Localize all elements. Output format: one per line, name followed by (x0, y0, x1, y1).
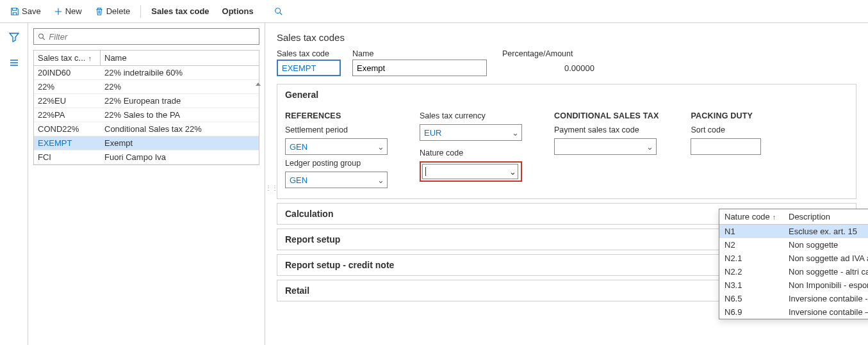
dd-desc: Non soggette (789, 240, 868, 250)
dropdown-item[interactable]: N3.1Non Imponibili - esportazioni (719, 278, 868, 292)
dd-code: N2.2 (725, 267, 789, 277)
table-row[interactable]: 22%EU22% European trade (34, 94, 259, 108)
plus-icon (54, 7, 63, 16)
dd-code: N3.1 (725, 280, 789, 290)
chevron-down-icon: ⌄ (377, 142, 384, 152)
sortcode-label: Sort code (691, 125, 761, 134)
dropdown-header: Nature code ↑ Description (719, 209, 868, 225)
dd-code: N2 (725, 240, 789, 250)
chevron-down-icon: ⌄ (509, 167, 516, 177)
filter-box[interactable] (33, 28, 259, 45)
table-row[interactable]: EXEMPTExempt (34, 136, 259, 150)
cell-name: 22% indetraibile 60% (101, 66, 259, 79)
dd-code: N6.9 (725, 307, 789, 317)
name-input[interactable] (352, 60, 487, 76)
cell-code: COND22% (34, 122, 101, 136)
dropdown-item[interactable]: N1Escluse ex. art. 15 (719, 225, 868, 238)
page-title: Sales tax codes (277, 32, 856, 43)
list-pane: Sales tax c... ↑ Name 20IND6022% indetra… (28, 23, 265, 345)
settlement-period-dropdown[interactable]: GEN ⌄ (285, 138, 388, 155)
trash-icon (95, 7, 104, 16)
currency-dropdown[interactable]: EUR ⌄ (420, 124, 522, 141)
dropdown-item[interactable]: N2Non soggette (719, 238, 868, 252)
cell-name: Fuori Campo Iva (101, 150, 259, 164)
dropdown-col-code[interactable]: Nature code ↑ (725, 212, 789, 221)
dd-code: N1 (725, 227, 789, 236)
dropdown-item[interactable]: N2.1Non soggette ad IVA ai sensi degli a… (719, 252, 868, 265)
grid-header: Sales tax c... ↑ Name (34, 51, 259, 66)
ledger-label: Ledger posting group (285, 159, 388, 168)
options-menu[interactable]: Options (217, 4, 259, 19)
cell-code: 22%PA (34, 108, 101, 122)
sales-tax-code-input[interactable] (277, 60, 341, 76)
table-row[interactable]: 22%PA22% Sales to the PA (34, 108, 259, 122)
delete-label: Delete (106, 6, 131, 16)
cell-name: 22% European trade (101, 94, 259, 108)
table-row[interactable]: 20IND6022% indetraibile 60% (34, 66, 259, 80)
sales-tax-code-menu[interactable]: Sales tax code (146, 4, 214, 19)
dd-desc: Non Imponibili - esportazioni (789, 280, 868, 290)
filter-pane-button[interactable] (6, 29, 22, 45)
save-icon (10, 7, 19, 16)
toolbar: Save New Delete Sales tax code Options (0, 0, 868, 23)
chevron-down-icon: ⌄ (512, 128, 519, 138)
col-header-code[interactable]: Sales tax c... ↑ (34, 51, 101, 65)
svg-point-0 (275, 8, 280, 13)
currency-label: Sales tax currency (420, 111, 522, 120)
sort-asc-icon: ↑ (773, 213, 776, 221)
dd-desc: Inversione contabile – altri casi (789, 307, 868, 317)
pct-label: Percentage/Amount (502, 49, 598, 58)
search-icon (38, 33, 45, 41)
grid: Sales tax c... ↑ Name 20IND6022% indetra… (33, 50, 259, 165)
references-heading: REFERENCES (285, 111, 388, 120)
dropdown-col-desc[interactable]: Description (789, 212, 868, 221)
cell-code: FCI (34, 150, 101, 164)
separator (140, 5, 141, 18)
ledger-posting-dropdown[interactable]: GEN ⌄ (285, 172, 388, 188)
settlement-label: Settlement period (285, 125, 388, 134)
cell-name: Exempt (101, 136, 259, 150)
splitter-grip[interactable]: ⋮⋮ (265, 184, 278, 191)
dd-desc: Inversione contabile - cessione di telef… (789, 294, 868, 303)
save-label: Save (22, 6, 41, 16)
dd-code: N6.5 (725, 294, 789, 303)
table-row[interactable]: 22%22% (34, 80, 259, 94)
sort-code-input[interactable] (691, 138, 761, 155)
percentage-value (502, 60, 598, 76)
cell-name: 22% (101, 80, 259, 93)
filter-input[interactable] (49, 32, 255, 42)
dd-desc: Non soggette - altri casi (789, 267, 868, 277)
nature-label: Nature code (420, 148, 522, 157)
svg-point-1 (39, 33, 44, 38)
fasttab-general-header[interactable]: General (277, 84, 856, 105)
packing-heading: PACKING DUTY (691, 111, 761, 120)
chevron-down-icon: ⌄ (377, 175, 384, 185)
save-button[interactable]: Save (5, 4, 46, 19)
dropdown-item[interactable]: N6.9Inversione contabile – altri casi (719, 305, 868, 319)
cell-code: 22%EU (34, 94, 101, 108)
dd-desc: Escluse ex. art. 15 (789, 227, 868, 236)
nature-code-dropdown-panel: Nature code ↑ Description N1Escluse ex. … (719, 209, 868, 319)
cell-name: 22% Sales to the PA (101, 108, 259, 122)
related-info-button[interactable] (6, 55, 22, 70)
cell-code: 20IND60 (34, 66, 101, 79)
table-row[interactable]: COND22%Conditional Sales tax 22% (34, 122, 259, 136)
nature-code-highlight: ⌄ (420, 161, 522, 182)
cell-code: EXEMPT (34, 136, 101, 150)
col-header-name[interactable]: Name (101, 51, 259, 65)
dropdown-item[interactable]: N6.5Inversione contabile - cessione di t… (719, 292, 868, 305)
dropdown-item[interactable]: N2.2Non soggette - altri casi (719, 265, 868, 278)
delete-button[interactable]: Delete (90, 4, 136, 19)
search-button[interactable] (269, 4, 288, 19)
table-row[interactable]: FCIFuori Campo Iva (34, 150, 259, 164)
scroll-up-icon[interactable] (254, 81, 263, 90)
new-button[interactable]: New (49, 4, 87, 19)
code-label: Sales tax code (277, 49, 341, 58)
chevron-down-icon: ⌄ (646, 142, 653, 152)
nature-code-dropdown[interactable]: ⌄ (422, 164, 518, 179)
new-label: New (65, 6, 82, 16)
dd-desc: Non soggette ad IVA ai sensi degli artt.… (789, 253, 868, 263)
cell-code: 22% (34, 80, 101, 93)
cell-name: Conditional Sales tax 22% (101, 122, 259, 136)
payment-sales-tax-dropdown[interactable]: ⌄ (554, 138, 657, 155)
